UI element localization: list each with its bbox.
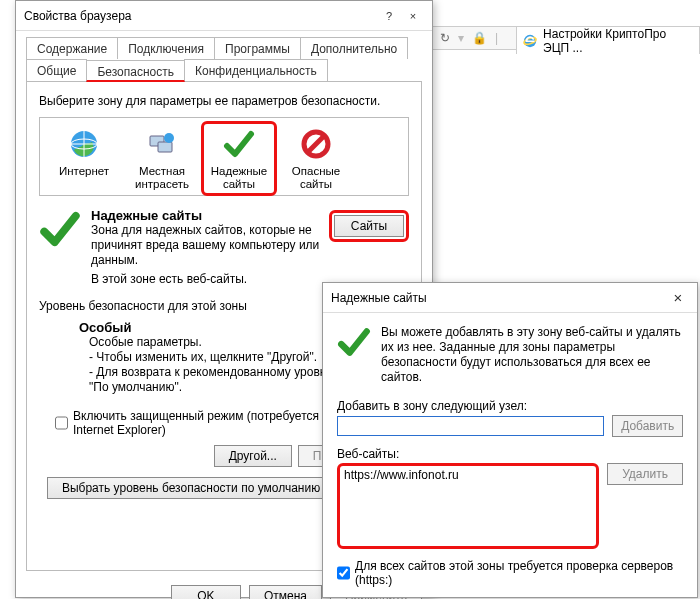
zone-intranet-label: Местная интрасеть [126, 165, 198, 191]
help-button[interactable]: ? [378, 5, 400, 27]
tab-security[interactable]: Безопасность [86, 60, 185, 82]
zone-internet[interactable]: Интернет [46, 124, 122, 193]
zone-trusted[interactable]: Надежные сайты [201, 121, 277, 196]
sites-listbox[interactable]: https://www.infonot.ru [340, 466, 596, 546]
cancel-button[interactable]: Отмена [249, 585, 322, 599]
tab-programs[interactable]: Программы [214, 37, 301, 59]
browser-tab[interactable]: Настройки КриптоПро ЭЦП ... [516, 26, 700, 54]
lock-icon[interactable]: 🔒 [472, 31, 487, 45]
svg-rect-5 [158, 142, 172, 152]
zone-trusted-label: Надежные сайты [206, 165, 272, 191]
globe-icon [68, 128, 100, 160]
zone-internet-label: Интернет [48, 165, 120, 178]
tab-advanced[interactable]: Дополнительно [300, 37, 408, 59]
dialog-close-button[interactable]: × [667, 287, 689, 309]
tab-privacy[interactable]: Конфиденциальность [184, 59, 328, 81]
browser-tab-title: Настройки КриптоПро ЭЦП ... [543, 27, 689, 55]
require-https-label: Для всех сайтов этой зоны требуется пров… [355, 559, 683, 587]
require-https-checkbox[interactable]: Для всех сайтов этой зоны требуется пров… [337, 559, 683, 587]
svg-point-6 [164, 133, 174, 143]
add-site-input[interactable] [337, 416, 604, 436]
sites-list-item[interactable]: https://www.infonot.ru [344, 468, 592, 482]
sites-list-label: Веб-сайты: [337, 447, 683, 461]
window-title: Свойства браузера [24, 9, 132, 23]
tab-general[interactable]: Общие [26, 59, 87, 81]
tab-connections[interactable]: Подключения [117, 37, 215, 59]
ok-button[interactable]: OK [171, 585, 241, 599]
tabs: Содержание Подключения Программы Дополни… [16, 31, 432, 81]
dialog-title: Надежные сайты [331, 291, 427, 305]
require-https-input[interactable] [337, 566, 350, 580]
zone-restricted[interactable]: Опасные сайты [278, 124, 354, 193]
add-site-label: Добавить в зону следующий узел: [337, 399, 683, 413]
tab-content[interactable]: Содержание [26, 37, 118, 59]
close-button[interactable]: × [402, 5, 424, 27]
refresh-icon[interactable]: ↻ [440, 31, 450, 45]
trusted-desc2: В этой зоне есть веб-сайты. [91, 272, 321, 287]
protected-mode-input[interactable] [55, 416, 68, 430]
zone-intranet[interactable]: Местная интрасеть [124, 124, 200, 193]
check-icon [223, 128, 255, 160]
custom-level-button[interactable]: Другой... [214, 445, 292, 467]
sites-list-highlight: https://www.infonot.ru [337, 463, 599, 549]
add-button[interactable]: Добавить [612, 415, 683, 437]
restricted-icon [300, 128, 332, 160]
check-icon [39, 208, 81, 250]
trusted-header: Надежные сайты [91, 208, 321, 223]
zone-restricted-label: Опасные сайты [280, 165, 352, 191]
sites-button-highlight: Сайты [329, 210, 409, 242]
zone-prompt: Выберите зону для параметры ее параметро… [39, 94, 409, 109]
svg-line-8 [308, 136, 324, 152]
intranet-icon [146, 128, 178, 160]
trusted-desc1: Зона для надежных сайтов, которые не при… [91, 223, 321, 268]
ie-icon [523, 33, 537, 49]
check-icon [337, 325, 371, 359]
zone-selector: Интернет Местная интрасеть Надежные сайт… [39, 117, 409, 196]
dialog-intro: Вы можете добавлять в эту зону веб-сайты… [381, 325, 683, 385]
dialog-titlebar: Надежные сайты × [323, 283, 697, 313]
titlebar: Свойства браузера ? × [16, 1, 432, 31]
trusted-sites-dialog: Надежные сайты × Вы можете добавлять в э… [322, 282, 698, 598]
sites-button[interactable]: Сайты [334, 215, 404, 237]
remove-button[interactable]: Удалить [607, 463, 683, 485]
